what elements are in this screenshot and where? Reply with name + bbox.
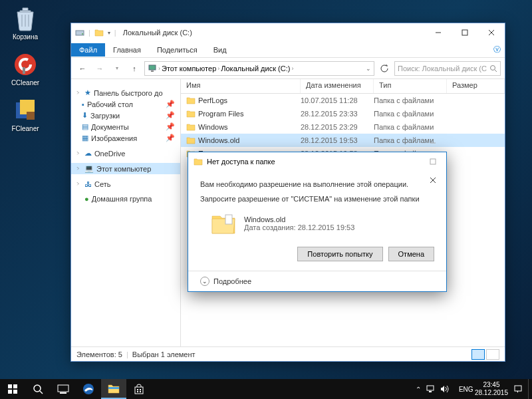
taskbar-store[interactable]: [126, 379, 152, 399]
dialog-more-toggle[interactable]: ⌄ Подробнее: [188, 271, 446, 291]
svg-rect-32: [140, 389, 141, 390]
nav-thispc[interactable]: ﹥💻Этот компьютер: [71, 163, 180, 174]
desktop-icon-label: CCleaner: [11, 79, 39, 86]
search-icon: [489, 65, 497, 72]
folder-icon: [194, 158, 203, 166]
dialog-folder-name: Windows.old: [244, 215, 354, 223]
task-view-button[interactable]: [51, 379, 76, 399]
tray-notifications-icon[interactable]: [513, 384, 528, 394]
nav-up-button[interactable]: ↑: [127, 61, 142, 76]
tab-file[interactable]: Файл: [71, 43, 105, 57]
view-icons-button[interactable]: [486, 349, 499, 360]
pc-icon: [148, 65, 157, 72]
nav-pictures[interactable]: ▦Изображения📌: [71, 132, 180, 144]
file-row[interactable]: Program Files28.12.2015 23:33Папка с фай…: [181, 107, 505, 120]
file-row[interactable]: PerfLogs10.07.2015 11:28Папка с файлами: [181, 94, 505, 107]
show-desktop-button[interactable]: [528, 379, 532, 399]
nav-documents[interactable]: ▤Документы📌: [71, 121, 180, 132]
svg-point-13: [491, 65, 495, 70]
chevron-right-icon: ›: [291, 65, 293, 72]
column-date[interactable]: Дата изменения: [301, 79, 374, 93]
taskbar-explorer[interactable]: [101, 379, 126, 399]
nav-label: Домашняя группа: [92, 195, 152, 203]
refresh-button[interactable]: [377, 64, 392, 73]
ribbon-collapse-icon[interactable]: ⓥ: [493, 45, 501, 55]
dialog-title-bar[interactable]: Нет доступа к папке: [188, 152, 446, 171]
svg-rect-29: [108, 387, 119, 389]
nav-downloads[interactable]: ⬇Загрузки📌: [71, 110, 180, 121]
view-details-button[interactable]: [471, 349, 485, 360]
folder-icon[interactable]: [94, 29, 104, 37]
tray-volume-icon[interactable]: [440, 385, 455, 393]
breadcrumb-dropdown-icon[interactable]: ⌄: [366, 65, 371, 72]
dialog-minimize-button[interactable]: [420, 134, 446, 152]
close-button[interactable]: [478, 23, 505, 42]
folder-thumbnail-icon: [209, 209, 237, 237]
svg-rect-31: [137, 389, 138, 390]
svg-rect-1: [23, 67, 25, 74]
svg-rect-34: [140, 391, 141, 392]
nav-label: Документы: [91, 123, 129, 131]
crumb-drive[interactable]: Локальный диск (C:): [221, 65, 290, 72]
tray-date: 28.12.2015: [475, 389, 508, 397]
breadcrumb[interactable]: › Этот компьютер › Локальный диск (C:) ›…: [144, 61, 374, 76]
nav-onedrive[interactable]: ﹥☁OneDrive: [71, 148, 180, 159]
dialog-body: Вам необходимо разрешение на выполнение …: [188, 171, 446, 271]
nav-quick-access[interactable]: ﹥★Панель быстрого до: [71, 87, 180, 98]
nav-back-button[interactable]: ←: [75, 61, 90, 76]
dialog-message-2: Запросите разрешение от "СИСТЕМА" на изм…: [200, 195, 434, 203]
dialog-close-button[interactable]: [420, 171, 446, 190]
dialog-maximize-button[interactable]: [420, 152, 446, 171]
nav-desktop[interactable]: ▪Рабочий стол📌: [71, 98, 180, 110]
tray-network-icon[interactable]: [426, 385, 440, 393]
tray-chevron-up-icon[interactable]: ⌃: [411, 386, 426, 393]
cancel-button[interactable]: Отмена: [388, 247, 434, 261]
dialog-created-date: Дата создания: 28.12.2015 19:53: [244, 223, 354, 231]
svg-rect-36: [429, 391, 432, 392]
svg-rect-16: [430, 159, 436, 164]
nav-homegroup[interactable]: ●Домашняя группа: [71, 194, 180, 204]
search-placeholder: Поиск: Локальный диск (C:): [398, 65, 487, 72]
nav-forward-button[interactable]: →: [92, 61, 107, 76]
recycle-bin-icon: [12, 5, 39, 32]
svg-rect-19: [225, 215, 232, 224]
nav-recent-button[interactable]: ▾: [110, 61, 124, 76]
tab-share[interactable]: Поделиться: [149, 43, 205, 57]
file-row[interactable]: Windows28.12.2015 23:29Папка с файлами: [181, 120, 505, 134]
start-button[interactable]: [0, 379, 25, 399]
desktop-icon-fcleaner[interactable]: FCleaner: [5, 97, 45, 132]
nav-label: Этот компьютер: [96, 165, 151, 173]
title-bar[interactable]: | ▾ | Локальный диск (C:): [71, 23, 505, 42]
column-size[interactable]: Размер: [447, 79, 505, 93]
dialog-more-label: Подробнее: [213, 277, 251, 285]
tray-time: 23:45: [475, 381, 508, 389]
minimize-button[interactable]: [425, 23, 452, 42]
dialog-message-1: Вам необходимо разрешение на выполнение …: [200, 180, 434, 188]
tray-clock[interactable]: 23:45 28.12.2015: [469, 381, 513, 397]
nav-label: Рабочий стол: [87, 100, 133, 108]
nav-network[interactable]: ﹥🖧Сеть: [71, 178, 180, 190]
svg-rect-22: [8, 390, 12, 394]
taskbar-edge[interactable]: [76, 379, 101, 399]
svg-rect-20: [8, 384, 12, 388]
tray-language[interactable]: ENG: [455, 386, 469, 393]
search-input[interactable]: Поиск: Локальный диск (C:): [394, 61, 501, 76]
qat-dropdown[interactable]: ▾: [108, 30, 110, 36]
crumb-thispc[interactable]: Этот компьютер: [162, 65, 216, 72]
tab-view[interactable]: Вид: [205, 43, 235, 57]
svg-line-14: [495, 70, 497, 72]
maximize-button[interactable]: [452, 23, 478, 42]
column-type[interactable]: Тип: [374, 79, 447, 93]
navigation-bar: ← → ▾ ↑ › Этот компьютер › Локальный дис…: [71, 58, 505, 79]
window-title: Локальный диск (C:): [123, 29, 192, 37]
column-name[interactable]: Имя: [181, 79, 301, 93]
svg-point-6: [82, 33, 83, 35]
file-row[interactable]: Windows.old28.12.2015 19:53Папка с файла…: [181, 134, 505, 147]
desktop-icon-label: Корзина: [13, 33, 38, 41]
svg-line-25: [40, 391, 43, 394]
search-button[interactable]: [25, 379, 51, 399]
retry-button[interactable]: Повторить попытку: [297, 247, 382, 261]
desktop-icon-recycle-bin[interactable]: Корзина: [5, 5, 45, 41]
tab-home[interactable]: Главная: [105, 43, 149, 57]
desktop-icon-ccleaner[interactable]: CCleaner: [5, 51, 45, 86]
